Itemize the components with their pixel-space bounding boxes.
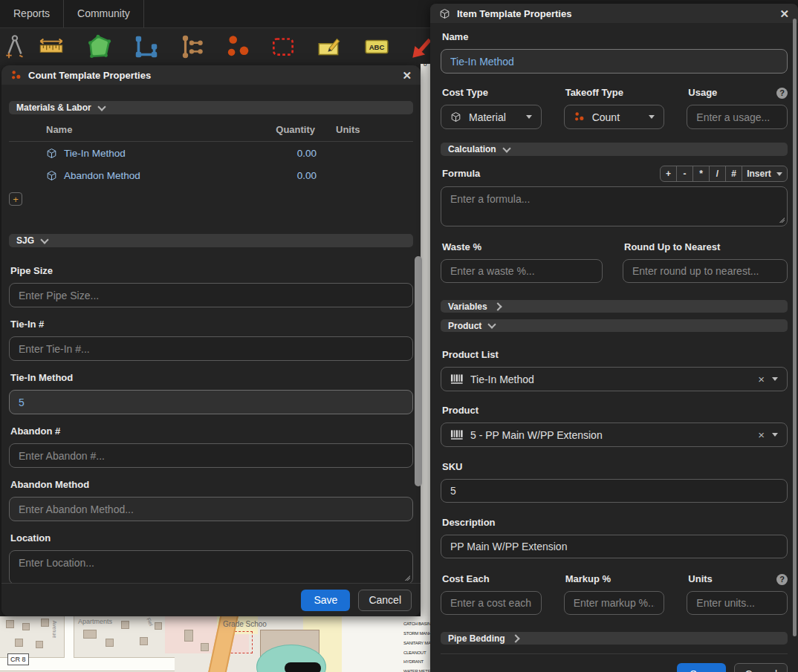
map-label-apartments: Apartments: [78, 618, 112, 625]
section-pipe-bedding[interactable]: Pipe Bedding: [441, 632, 788, 645]
save-button[interactable]: Save: [677, 663, 726, 672]
pipe-size-input[interactable]: [9, 283, 413, 307]
save-button[interactable]: Save: [301, 590, 350, 611]
product-list-value: Tie-In Method: [470, 373, 750, 385]
op-minus-button[interactable]: -: [676, 166, 693, 182]
chevron-down-icon: [649, 115, 655, 119]
drawing-legend: CATCH BASIN STORM MANH SANITARY MA CLEAN…: [342, 616, 430, 672]
resize-handle-icon[interactable]: [403, 574, 410, 581]
map-label-cr8: CR 8: [7, 653, 29, 665]
text-label-tool-icon[interactable]: ABC: [363, 33, 391, 61]
tie-in-number-label: Tie-In #: [10, 319, 413, 330]
cost-each-input[interactable]: [441, 591, 542, 615]
col-header-name: Name: [46, 124, 263, 135]
units-input[interactable]: [687, 591, 788, 615]
chevron-right-icon: [511, 634, 519, 642]
close-icon[interactable]: ✕: [779, 8, 789, 19]
item-link[interactable]: Tie-In Method: [64, 148, 126, 159]
col-header-quantity: Quantity: [263, 124, 315, 135]
usage-input[interactable]: [687, 105, 788, 129]
map-canvas: Apartments Grade Schoo Avenue Fiel CR 8: [0, 616, 342, 672]
count-dots-icon: [574, 111, 585, 123]
location-label: Location: [10, 532, 413, 544]
scale-compass-tool-icon[interactable]: [1, 33, 30, 61]
op-plus-button[interactable]: +: [660, 166, 677, 182]
chevron-down-icon: [488, 320, 496, 328]
col-header-units: Units: [315, 124, 412, 135]
section-materials-labor[interactable]: Materials & Labor: [9, 101, 413, 114]
map-overlay-pill: [285, 662, 321, 672]
polyline-tool-icon[interactable]: [132, 33, 160, 61]
items-table-header: Name Quantity Units: [9, 124, 413, 142]
abandon-number-input[interactable]: [9, 443, 413, 468]
section-product[interactable]: Product: [441, 319, 788, 332]
area-polygon-tool-icon[interactable]: [85, 33, 113, 61]
name-input[interactable]: [441, 49, 788, 74]
abandon-method-input[interactable]: [9, 497, 413, 521]
help-icon[interactable]: ?: [776, 574, 788, 585]
product-list-select[interactable]: Tie-In Method ×: [441, 367, 788, 391]
cost-type-value: Material: [469, 111, 519, 123]
waste-label: Waste %: [442, 241, 603, 253]
cancel-button[interactable]: Cancel: [358, 590, 412, 611]
section-label: SJG: [16, 235, 34, 246]
item-link[interactable]: Abandon Method: [64, 170, 140, 181]
product-select[interactable]: 5 - PP Main W/PP Extension ×: [441, 423, 788, 447]
markup-input[interactable]: [564, 591, 665, 615]
item-panel-scrollbar[interactable]: [793, 19, 797, 636]
segment-count-tool-icon[interactable]: [178, 33, 207, 61]
section-sjg[interactable]: SJG: [9, 234, 413, 247]
close-icon[interactable]: ✕: [402, 70, 412, 81]
map-road-vertical: [64, 616, 74, 658]
section-variables[interactable]: Variables: [441, 300, 788, 313]
takeoff-type-dropdown[interactable]: Count: [564, 105, 665, 129]
insert-label: Insert: [747, 169, 771, 179]
sku-label: SKU: [442, 461, 788, 473]
item-quantity: 0.00: [265, 170, 317, 181]
section-label: Calculation: [448, 144, 496, 154]
op-divide-button[interactable]: /: [709, 166, 726, 182]
location-textarea[interactable]: [9, 550, 413, 584]
add-item-button[interactable]: +: [9, 192, 22, 206]
chevron-down-icon: [526, 115, 532, 119]
table-row: Abandon Method 0.00: [9, 164, 413, 186]
tie-in-number-input[interactable]: [9, 336, 413, 361]
abandon-method-label: Abandon Method: [10, 479, 413, 491]
tie-in-method-input[interactable]: [9, 390, 413, 414]
waste-input[interactable]: [441, 259, 603, 283]
name-label: Name: [442, 31, 788, 43]
cancel-button[interactable]: Cancel: [734, 663, 788, 672]
map-label-grade-school: Grade Schoo: [223, 620, 267, 628]
count-panel-header: Count Template Properties ✕: [1, 65, 421, 85]
barcode-icon: [450, 374, 463, 385]
pipe-size-label: Pipe Size: [10, 265, 413, 277]
item-panel-header: Item Template Properties ✕: [430, 4, 798, 23]
resize-handle-icon[interactable]: [778, 216, 785, 223]
sku-input[interactable]: [441, 479, 788, 503]
round-up-input[interactable]: [623, 259, 788, 283]
count-panel-scrollbar[interactable]: [415, 256, 422, 486]
help-icon[interactable]: ?: [776, 88, 788, 99]
chevron-down-icon: [772, 433, 778, 437]
menu-reports[interactable]: Reports: [0, 0, 64, 27]
insert-dropdown-button[interactable]: Insert: [742, 166, 788, 182]
item-panel-footer: Save Cancel: [441, 653, 788, 672]
abandon-number-label: Abandon #: [10, 425, 413, 437]
ruler-tool-icon[interactable]: [37, 33, 65, 61]
map-label-avenue: Avenue: [52, 621, 57, 639]
count-dots-tool-icon[interactable]: [223, 33, 251, 61]
menu-community[interactable]: Community: [64, 0, 144, 27]
op-multiply-button[interactable]: *: [692, 166, 710, 182]
rectangle-annotation-tool-icon[interactable]: [269, 33, 297, 61]
chevron-down-icon: [502, 144, 510, 152]
description-input[interactable]: [441, 535, 788, 558]
section-calculation[interactable]: Calculation: [441, 143, 788, 156]
formula-textarea[interactable]: [441, 186, 788, 226]
takeoff-type-value: Count: [592, 111, 642, 123]
clear-icon[interactable]: ×: [758, 373, 765, 385]
legend-item: CLEANOUT: [403, 650, 426, 655]
op-hash-button[interactable]: #: [725, 166, 742, 182]
note-tool-icon[interactable]: [315, 33, 343, 61]
cost-type-dropdown[interactable]: Material: [441, 105, 542, 129]
clear-icon[interactable]: ×: [758, 428, 765, 441]
